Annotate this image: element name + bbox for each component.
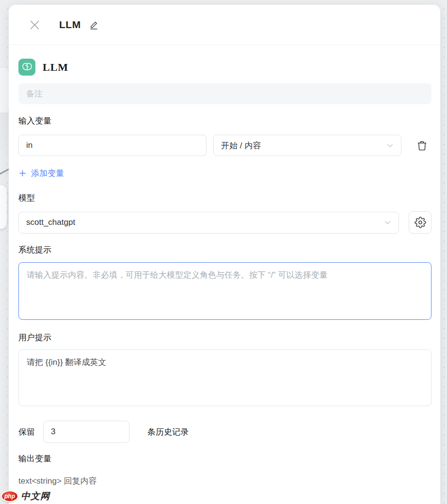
panel-header: LLM (9, 5, 440, 45)
output-variable-value: text<string> 回复内容 (18, 475, 431, 487)
llm-brain-icon (18, 59, 35, 76)
history-suffix-label: 条历史记录 (147, 426, 189, 438)
background-node-shape (0, 185, 7, 229)
user-prompt-textarea[interactable]: 请把 {{in}} 翻译成英文 (18, 349, 431, 406)
node-identity-row: LLM (18, 59, 431, 76)
user-prompt-label: 用户提示 (18, 332, 431, 343)
variable-source-value: 开始 / 内容 (221, 140, 385, 151)
input-variable-row: 开始 / 内容 (18, 135, 431, 156)
gear-icon (415, 217, 426, 228)
background-node-shape (0, 68, 9, 113)
trash-icon (416, 140, 428, 151)
add-variable-link[interactable]: 添加变量 (18, 168, 64, 179)
php-logo: php (1, 490, 18, 502)
llm-node-config-panel: LLM LLM 输入变量 开始 / 内容 (9, 5, 440, 504)
node-name: LLM (43, 61, 68, 74)
add-variable-label: 添加变量 (31, 168, 64, 179)
model-settings-button[interactable] (409, 211, 431, 234)
model-selected-value: scott_chatgpt (26, 218, 383, 227)
plus-icon (18, 169, 27, 177)
site-watermark: php 中文网 (1, 490, 50, 503)
rename-button[interactable] (89, 20, 99, 30)
model-select[interactable]: scott_chatgpt (18, 212, 399, 234)
close-icon (28, 18, 41, 32)
model-row: scott_chatgpt (18, 211, 431, 234)
php-logo-text: php (4, 493, 15, 500)
variable-source-select[interactable]: 开始 / 内容 (213, 135, 401, 156)
variable-name-input[interactable] (18, 135, 207, 156)
watermark-text: 中文网 (21, 490, 50, 503)
system-prompt-textarea[interactable] (18, 262, 431, 320)
remark-input[interactable] (18, 83, 431, 104)
chevron-down-icon (385, 141, 395, 150)
panel-title: LLM (59, 19, 81, 31)
history-row: 保留 条历史记录 (18, 421, 431, 443)
input-variables-label: 输入变量 (18, 115, 431, 126)
delete-variable-button[interactable] (412, 135, 431, 156)
history-prefix-label: 保留 (18, 426, 35, 438)
output-variables-label: 输出变量 (18, 453, 431, 464)
background-gradient (0, 112, 9, 166)
close-button[interactable] (28, 18, 41, 32)
model-label: 模型 (18, 192, 431, 204)
history-count-input[interactable] (43, 421, 129, 443)
edit-pencil-icon (89, 20, 99, 30)
chevron-down-icon (383, 218, 392, 227)
system-prompt-label: 系统提示 (18, 244, 431, 255)
